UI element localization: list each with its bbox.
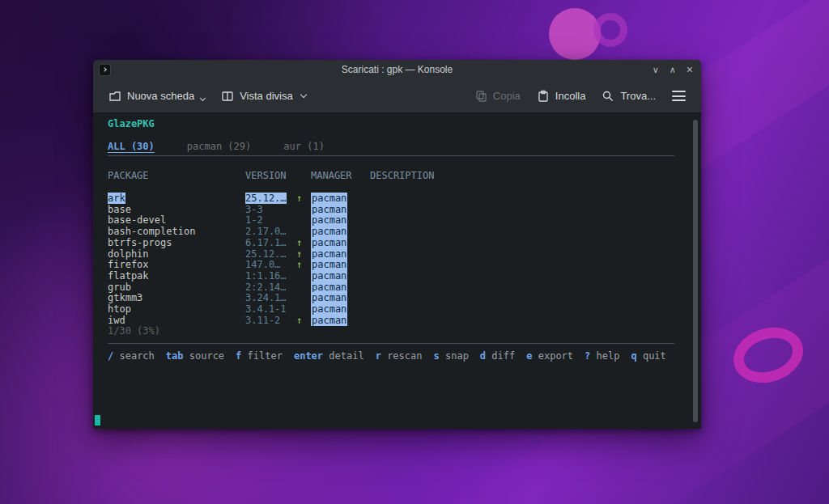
source-tabs: ALL (30) pacman (29) aur (1) [108,142,674,153]
table-row[interactable]: gtkmm3 3.24.1… pacman [108,293,674,304]
package-name: ark [108,193,125,204]
manager-badge: pacman [311,259,347,270]
package-name: base-devel [108,215,245,227]
table-row[interactable]: ark 25.12.… ↑ pacman [108,193,674,205]
titlebar[interactable]: Scaricati : gpk — Konsole ∨ ∧ × [93,60,701,79]
hamburger-menu-button[interactable] [666,84,691,108]
table-row[interactable]: base 3-3 pacman [108,205,674,216]
wallpaper-ring-small [593,13,627,47]
tab-all[interactable]: ALL (30) [108,142,155,153]
package-version: 3.4.1-1 [245,304,296,316]
find-label: Trova... [620,90,656,102]
update-arrow-icon: ↑ [296,238,311,249]
paste-icon [537,90,550,103]
package-name: btrfs-progs [108,238,245,249]
package-name: htop [108,304,245,316]
manager-badge: pacman [311,214,347,226]
table-row[interactable]: btrfs-progs 6.17.1… ↑ pacman [108,238,674,249]
new-tab-label: Nuova scheda [127,90,194,102]
keybind-key: tab [166,350,184,362]
find-button[interactable]: Trova... [596,85,661,108]
keybind-item: f filter [236,351,283,362]
copy-button[interactable]: Copia [469,85,526,108]
search-icon [602,90,614,103]
package-version: 1:1.16… [245,271,296,282]
package-version: 1-2 [245,215,296,227]
package-name: iwd [108,316,245,327]
package-name: bash-completion [108,227,245,238]
package-version: 2:2.14… [245,282,296,294]
package-name: base [108,205,245,216]
paste-button[interactable]: Incolla [531,85,592,108]
keybind-label: filter [248,350,283,362]
scrollbar[interactable] [692,120,699,422]
new-tab-button[interactable]: Nuova scheda [103,85,210,108]
scrollbar-thumb[interactable] [693,120,698,422]
keybind-key: e [526,350,532,362]
wallpaper-circle [549,8,601,60]
package-name: dolphin [108,249,245,260]
keybind-key: s [433,350,439,362]
keybind-key: / [108,350,113,362]
split-view-icon [221,90,234,103]
keybind-label: snap [445,350,469,362]
package-version: 25.12.… [245,193,287,204]
keybind-key: f [236,350,241,362]
table-row[interactable]: firefox 147.0… ↑ pacman [108,260,674,271]
hamburger-icon [672,91,686,92]
konsole-window: Scaricati : gpk — Konsole ∨ ∧ × Nuova sc… [93,60,701,429]
chevron-down-icon [300,91,306,98]
keybind-item: e export [526,351,573,362]
minimize-button[interactable]: ∨ [653,66,659,74]
manager-badge: pacman [311,204,347,215]
package-name: gtkmm3 [108,293,245,304]
keybind-item: / search [108,351,155,362]
manager-badge: pacman [311,292,347,303]
table-row[interactable]: base-devel 1-2 pacman [108,215,674,227]
status-text: 1/30 (3%) [108,326,674,337]
manager-badge: pacman [311,248,347,260]
window-title: Scaricati : gpk — Konsole [93,64,701,75]
keybind-label: rescan [387,350,422,362]
tab-aur[interactable]: aur (1) [283,142,325,153]
keybind-item: ? help [585,351,619,362]
separator [108,343,674,344]
terminal-cursor [95,415,100,426]
column-header-manager: MANAGER [311,171,370,182]
column-header-description: DESCRIPTION [370,171,674,182]
terminal-view[interactable]: GlazePKG ALL (30) pacman (29) aur (1) PA… [93,113,701,429]
keybind-label: source [189,350,224,362]
keybind-label: diff [491,350,515,362]
toolbar: Nuova scheda Vista divisa Copia [93,79,701,113]
package-version: 3-3 [245,205,296,216]
table-row[interactable]: htop 3.4.1-1 pacman [108,304,674,316]
table-header-row: PACKAGE VERSION MANAGER DESCRIPTION [108,171,674,182]
update-arrow-icon: ↑ [296,260,311,271]
desktop-wallpaper: Scaricati : gpk — Konsole ∨ ∧ × Nuova sc… [0,0,829,504]
manager-badge: pacman [311,282,347,293]
tab-pacman[interactable]: pacman (29) [187,142,251,153]
keybind-label: detail [329,350,363,362]
table-row[interactable]: dolphin 25.12.… ↑ pacman [108,249,674,260]
keybind-item: q quit [631,351,665,362]
split-view-button[interactable]: Vista divisa [215,85,312,108]
close-button[interactable]: × [687,64,693,75]
table-row[interactable]: bash-completion 2.17.0… pacman [108,227,674,238]
maximize-button[interactable]: ∧ [670,66,676,74]
table-row[interactable]: grub 2:2.14… pacman [108,282,674,294]
table-row[interactable]: flatpak 1:1.16… pacman [108,271,674,282]
keybind-label: help [597,350,620,362]
package-table: ark 25.12.… ↑ pacman base 3-3 pacman [108,193,674,326]
package-name: flatpak [108,271,245,282]
keybind-item: enter detail [294,351,364,362]
table-row[interactable]: iwd 3.11-2 ↑ pacman [108,316,674,327]
manager-badge: pacman [311,315,347,326]
separator [108,155,674,156]
paste-label: Incolla [555,90,586,102]
keybind-key: enter [294,350,323,362]
package-version: 147.0… [245,260,296,271]
app-title: GlazePKG [108,119,674,130]
keybind-key: ? [585,350,590,362]
keybind-item: s snap [433,351,468,362]
update-arrow-icon: ↑ [296,316,311,327]
